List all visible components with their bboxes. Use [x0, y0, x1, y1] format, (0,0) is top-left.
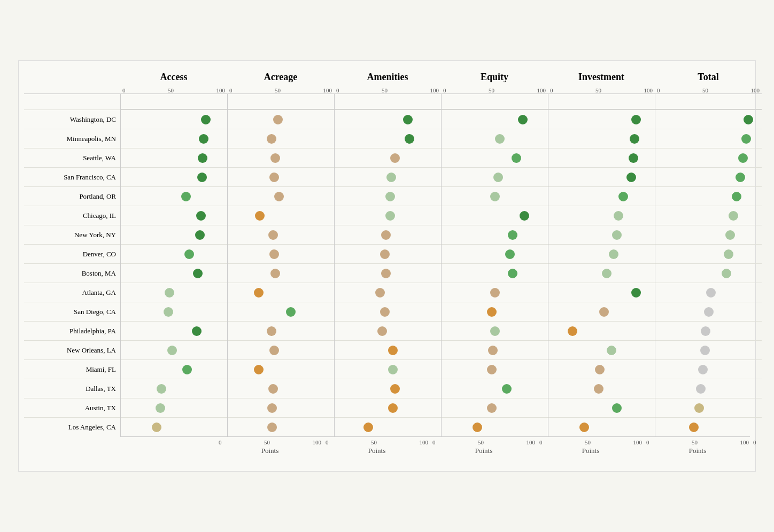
data-row-2-5: [335, 206, 441, 225]
dot-3-1: [495, 134, 505, 144]
data-row-2-9: [335, 283, 441, 302]
top-axis-ticks-0: 050100: [120, 87, 227, 93]
col-spacer-4: [548, 93, 655, 109]
data-row-0-15: [121, 398, 227, 417]
col-header-equity: Equity: [441, 72, 548, 87]
dot-1-0: [273, 115, 283, 124]
top-axis-ticks-4: 050100: [548, 87, 655, 93]
data-row-0-9: [121, 283, 227, 302]
data-row-3-15: [442, 398, 548, 417]
place-name-bostonma: Boston, MA: [24, 263, 120, 283]
dot-3-14: [502, 384, 512, 394]
place-name-philadelphiapa: Philadelphia, PA: [24, 321, 120, 340]
dot-0-8: [193, 269, 203, 278]
dot-1-1: [267, 134, 276, 144]
data-row-4-8: [548, 263, 655, 283]
data-row-0-14: [121, 379, 227, 398]
data-row-4-6: [548, 225, 655, 244]
place-name-washingtondc: Washington, DC: [24, 109, 120, 129]
dot-5-2: [738, 153, 748, 163]
dot-4-13: [595, 365, 605, 374]
dot-0-7: [184, 249, 194, 259]
dot-5-7: [724, 249, 733, 259]
place-name-denverco: Denver, CO: [24, 244, 120, 263]
dot-4-15: [612, 403, 622, 413]
col-spacer-2: [335, 93, 441, 109]
data-row-0-3: [121, 167, 227, 186]
data-row-4-15: [548, 398, 655, 417]
dot-5-6: [725, 230, 735, 240]
dot-0-15: [156, 403, 165, 413]
data-row-3-3: [442, 167, 548, 186]
dot-3-7: [505, 249, 515, 259]
top-axis-ticks-2: 050100: [334, 87, 441, 93]
bottom-axis-0: 050100Points: [216, 437, 323, 455]
dot-1-2: [270, 153, 280, 163]
place-name-atlantaga: Atlanta, GA: [24, 283, 120, 302]
data-row-5-3: [655, 167, 762, 186]
dot-3-13: [487, 365, 497, 374]
dot-2-8: [381, 269, 391, 278]
col-header-amenities: Amenities: [334, 72, 441, 87]
dot-2-0: [403, 115, 413, 124]
col-spacer-3: [442, 93, 548, 109]
dot-0-9: [165, 288, 174, 298]
data-row-4-5: [548, 206, 655, 225]
data-row-3-2: [442, 148, 548, 167]
bottom-axis-4: 050100Points: [644, 437, 751, 455]
dot-3-16: [473, 423, 482, 432]
data-row-5-15: [655, 398, 762, 417]
dot-5-12: [700, 346, 710, 355]
data-row-3-11: [442, 321, 548, 340]
dot-1-10: [286, 307, 296, 317]
dot-2-11: [377, 326, 387, 336]
dot-5-3: [736, 173, 745, 182]
dot-4-6: [612, 230, 622, 240]
data-col-investment: [548, 93, 655, 436]
data-row-4-16: [548, 417, 655, 436]
data-row-0-12: [121, 340, 227, 359]
bottom-axis-label-1: Points: [323, 445, 430, 455]
dot-1-12: [269, 346, 279, 355]
dot-5-0: [744, 115, 753, 124]
data-row-0-11: [121, 321, 227, 340]
data-col-access: [120, 93, 227, 436]
data-row-1-0: [228, 109, 334, 129]
data-row-2-13: [335, 359, 441, 379]
dot-0-14: [157, 384, 166, 394]
dot-4-2: [629, 153, 638, 163]
data-row-4-0: [548, 109, 655, 129]
dot-2-7: [380, 249, 390, 259]
data-row-3-13: [442, 359, 548, 379]
data-row-0-7: [121, 244, 227, 263]
dot-2-16: [363, 423, 373, 432]
dot-3-12: [488, 346, 498, 355]
data-row-4-14: [548, 379, 655, 398]
dot-0-13: [182, 365, 192, 374]
data-row-4-4: [548, 186, 655, 206]
bottom-axis-label-0: Points: [216, 445, 323, 455]
data-row-1-13: [228, 359, 334, 379]
dot-4-10: [599, 307, 609, 317]
dot-1-15: [267, 403, 277, 413]
dot-2-13: [388, 365, 398, 374]
col-spacer-1: [228, 93, 334, 109]
data-col-total: [655, 93, 762, 436]
data-row-1-4: [228, 186, 334, 206]
data-row-4-10: [548, 302, 655, 321]
data-row-0-6: [121, 225, 227, 244]
column-headers-row: AccessAcreageAmenitiesEquityInvestmentTo…: [120, 72, 750, 87]
data-row-1-2: [228, 148, 334, 167]
dot-2-1: [405, 134, 414, 144]
data-row-1-12: [228, 340, 334, 359]
dot-5-13: [698, 365, 708, 374]
dot-1-7: [269, 249, 279, 259]
top-axis-ticks-3: 050100: [441, 87, 548, 93]
data-row-2-2: [335, 148, 441, 167]
data-row-3-7: [442, 244, 548, 263]
data-row-4-1: [548, 129, 655, 148]
data-row-1-11: [228, 321, 334, 340]
place-names-column: Washington, DCMinneapolis, MNSeattle, WA…: [24, 93, 120, 436]
data-row-2-10: [335, 302, 441, 321]
data-row-4-13: [548, 359, 655, 379]
